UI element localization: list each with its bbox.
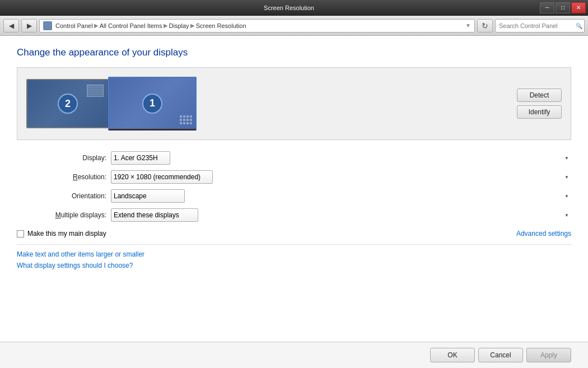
title-bar: Screen Resolution ─ □ ✕ bbox=[0, 0, 588, 16]
multiple-displays-label: Multiple displays: bbox=[17, 211, 106, 219]
address-bar: ◀ ▶ Control Panel ▶ All Control Panel It… bbox=[0, 16, 588, 36]
breadcrumb: Control Panel ▶ All Control Panel Items … bbox=[39, 19, 475, 32]
multiple-displays-select-wrapper: Extend these displays Duplicate these di… bbox=[111, 208, 571, 222]
breadcrumb-display[interactable]: Display bbox=[169, 22, 189, 29]
main-window: Change the appearance of your displays 2… bbox=[0, 36, 588, 368]
maximize-button[interactable]: □ bbox=[556, 2, 570, 13]
back-button[interactable]: ◀ bbox=[3, 19, 19, 32]
control-panel-icon bbox=[43, 21, 52, 30]
close-button[interactable]: ✕ bbox=[571, 2, 586, 13]
display-select-wrapper: 1. Acer G235H bbox=[111, 151, 571, 165]
resolution-label-text: Resolution: bbox=[73, 173, 106, 181]
identify-button[interactable]: Identify bbox=[517, 105, 562, 119]
main-display-checkbox[interactable] bbox=[17, 230, 24, 237]
forward-button[interactable]: ▶ bbox=[21, 19, 37, 32]
refresh-button[interactable]: ↻ bbox=[477, 19, 493, 32]
detect-identify-buttons: Detect Identify bbox=[517, 88, 562, 119]
monitor-2-icon bbox=[87, 85, 104, 97]
display-preview-container: 2 1 Detect Identify bbox=[17, 67, 571, 140]
resolution-label: Resolution: bbox=[17, 173, 106, 181]
breadcrumb-dropdown-icon[interactable]: ▼ bbox=[465, 22, 471, 29]
detect-button[interactable]: Detect bbox=[517, 88, 562, 102]
display-settings-form: Display: 1. Acer G235H Resolution: 1920 … bbox=[17, 151, 571, 222]
monitor-1-grid-icon bbox=[180, 115, 192, 124]
orientation-select-wrapper: Landscape Portrait Landscape (flipped) P… bbox=[111, 189, 571, 203]
orientation-label: Orientation: bbox=[17, 192, 106, 200]
title-bar-controls: ─ □ ✕ bbox=[540, 2, 586, 13]
resolution-select-wrapper: 1920 × 1080 (recommended) 1680 × 1050 14… bbox=[111, 170, 571, 184]
apply-button[interactable]: Apply bbox=[526, 348, 571, 362]
orientation-select[interactable]: Landscape Portrait Landscape (flipped) P… bbox=[111, 189, 185, 203]
ok-button[interactable]: OK bbox=[430, 348, 475, 362]
monitor-1-number: 1 bbox=[142, 94, 162, 114]
bottom-bar: OK Cancel Apply bbox=[0, 342, 588, 368]
monitor-2[interactable]: 2 bbox=[26, 79, 109, 128]
breadcrumb-control-panel[interactable]: Control Panel bbox=[55, 22, 93, 29]
display-settings-link[interactable]: What display settings should I choose? bbox=[17, 262, 571, 269]
checkbox-row: Make this my main display Advanced setti… bbox=[17, 230, 571, 237]
monitor-1[interactable]: 1 bbox=[108, 77, 197, 131]
cancel-button[interactable]: Cancel bbox=[478, 348, 523, 362]
links-section: Make text and other items larger or smal… bbox=[17, 250, 571, 269]
search-input[interactable] bbox=[495, 19, 585, 32]
advanced-settings-link[interactable]: Advanced settings bbox=[516, 230, 571, 237]
text-size-link[interactable]: Make text and other items larger or smal… bbox=[17, 250, 571, 258]
title-bar-title: Screen Resolution bbox=[38, 4, 540, 11]
multiple-displays-select[interactable]: Extend these displays Duplicate these di… bbox=[111, 208, 198, 222]
multiple-displays-label-text: Multiple displays: bbox=[55, 211, 106, 219]
content-area: Change the appearance of your displays 2… bbox=[0, 36, 588, 342]
main-display-label: Make this my main display bbox=[27, 230, 106, 237]
display-select[interactable]: 1. Acer G235H bbox=[111, 151, 170, 165]
breadcrumb-all-items[interactable]: All Control Panel Items bbox=[100, 22, 162, 29]
main-display-checkbox-wrapper: Make this my main display bbox=[17, 230, 106, 237]
minimize-button[interactable]: ─ bbox=[540, 2, 554, 13]
display-label: Display: bbox=[17, 154, 106, 162]
displays-area: 2 1 bbox=[26, 77, 197, 131]
divider bbox=[17, 244, 571, 245]
monitor-2-number: 2 bbox=[58, 94, 78, 114]
search-wrapper bbox=[495, 19, 585, 32]
resolution-select[interactable]: 1920 × 1080 (recommended) 1680 × 1050 14… bbox=[111, 170, 213, 184]
page-title: Change the appearance of your displays bbox=[17, 47, 571, 58]
breadcrumb-screen-resolution[interactable]: Screen Resolution bbox=[196, 22, 246, 29]
